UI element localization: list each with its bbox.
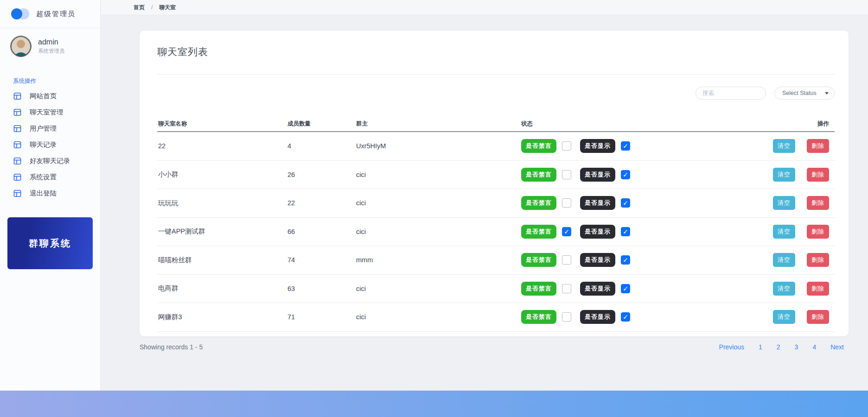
show-badge: 是否显示 — [580, 282, 615, 296]
table-row: 一键APP测试群 66 cici 是否禁言 ✓ 是否显示 ✓ 清空 删除 — [157, 218, 835, 246]
show-checkbox[interactable]: ✓ — [621, 227, 630, 236]
chatroom-name: 一键APP测试群 — [157, 227, 287, 236]
status-cell: 是否禁言 是否显示 ✓ — [521, 310, 760, 324]
header-actions: 操作 — [760, 120, 835, 128]
table-header-row: 聊天室名称 成员数量 群主 状态 操作 — [157, 116, 835, 132]
pagination-page-4[interactable]: 4 — [812, 343, 816, 351]
delete-button[interactable]: 删除 — [807, 282, 829, 296]
chatroom-table: 聊天室名称 成员数量 群主 状态 操作 22 4 Uxr5HIyM 是否禁言 是… — [157, 116, 835, 332]
show-badge: 是否显示 — [580, 310, 615, 324]
show-badge: 是否显示 — [580, 168, 615, 182]
brand-box-title: 群聊系统 — [29, 237, 71, 250]
brand-logo-icon — [11, 8, 30, 20]
show-checkbox[interactable]: ✓ — [621, 198, 630, 208]
header-members: 成员数量 — [287, 120, 356, 128]
table-row: 玩玩玩 22 cici 是否禁言 是否显示 ✓ 清空 删除 — [157, 189, 835, 218]
pagination-page-2[interactable]: 2 — [777, 343, 780, 351]
chatroom-name: 玩玩玩 — [157, 199, 287, 208]
delete-button[interactable]: 删除 — [807, 225, 829, 239]
search-input[interactable] — [696, 87, 766, 100]
mute-checkbox[interactable]: ✓ — [562, 227, 571, 236]
footer-gradient-band — [0, 391, 868, 417]
mute-checkbox[interactable] — [562, 141, 571, 151]
show-checkbox[interactable]: ✓ — [621, 141, 630, 151]
clear-button[interactable]: 清空 — [773, 196, 795, 210]
mute-checkbox[interactable] — [562, 312, 571, 322]
window-icon — [13, 92, 22, 101]
group-owner: Uxr5HIyM — [356, 142, 521, 150]
pagination-page-1[interactable]: 1 — [759, 343, 762, 351]
delete-button[interactable]: 删除 — [807, 310, 829, 324]
brand-row: 超级管理员 — [0, 0, 100, 28]
main-content: 首页 / 聊天室 聊天室列表 Select Status 聊天室名称 成员数量 … — [101, 0, 868, 417]
status-cell: 是否禁言 是否显示 ✓ — [521, 282, 760, 296]
member-count: 4 — [287, 142, 356, 150]
clear-button[interactable]: 清空 — [773, 139, 795, 153]
chatroom-name: 22 — [157, 142, 287, 150]
table-row: 网赚群3 71 cici 是否禁言 是否显示 ✓ 清空 删除 — [157, 303, 835, 332]
user-row: admin 系统管理员 — [0, 28, 100, 64]
mute-checkbox[interactable] — [562, 284, 571, 293]
pagination-page-3[interactable]: 3 — [795, 343, 798, 351]
table-footer: Showing records 1 - 5 Previous 1 2 3 4 N… — [140, 336, 844, 357]
show-checkbox[interactable]: ✓ — [621, 284, 630, 293]
brand-box: 群聊系统 — [7, 217, 93, 269]
breadcrumb-separator: / — [151, 4, 153, 11]
clear-button[interactable]: 清空 — [773, 225, 795, 239]
chatroom-name: 电商群 — [157, 284, 287, 293]
delete-button[interactable]: 删除 — [807, 253, 829, 267]
actions-cell: 清空 删除 — [760, 253, 835, 267]
window-icon — [13, 157, 22, 165]
title-divider — [157, 74, 835, 75]
group-owner: cici — [356, 313, 521, 321]
mute-checkbox[interactable] — [562, 255, 571, 265]
actions-cell: 清空 删除 — [760, 139, 835, 153]
show-checkbox[interactable]: ✓ — [621, 255, 630, 265]
group-owner: mmm — [356, 256, 521, 264]
table-row: 电商群 63 cici 是否禁言 是否显示 ✓ 清空 删除 — [157, 275, 835, 303]
clear-button[interactable]: 清空 — [773, 253, 795, 267]
actions-cell: 清空 删除 — [760, 168, 835, 182]
show-checkbox[interactable]: ✓ — [621, 170, 630, 179]
sidebar-item-chatroom-manage[interactable]: 聊天室管理 — [13, 104, 100, 120]
member-count: 26 — [287, 171, 356, 178]
clear-button[interactable]: 清空 — [773, 168, 795, 182]
sidebar-item-friend-chat-records[interactable]: 好友聊天记录 — [13, 153, 100, 169]
breadcrumb-current: 聊天室 — [159, 4, 176, 12]
status-cell: 是否禁言 是否显示 ✓ — [521, 196, 760, 210]
clear-button[interactable]: 清空 — [773, 282, 795, 296]
show-checkbox[interactable]: ✓ — [621, 312, 630, 322]
sidebar-item-chat-records[interactable]: 聊天记录 — [13, 137, 100, 153]
status-select[interactable]: Select Status — [774, 87, 835, 100]
mute-badge: 是否禁言 — [521, 310, 556, 324]
mute-checkbox[interactable] — [562, 198, 571, 208]
delete-button[interactable]: 删除 — [807, 139, 829, 153]
show-badge: 是否显示 — [580, 139, 615, 153]
delete-button[interactable]: 删除 — [807, 196, 829, 210]
user-name: admin — [38, 38, 65, 46]
sidebar-menu: 网站首页 聊天室管理 用户管理 聊天记录 好友聊天记录 系统设置 — [0, 88, 100, 202]
mute-checkbox[interactable] — [562, 170, 571, 179]
header-name: 聊天室名称 — [157, 120, 287, 128]
delete-button[interactable]: 删除 — [807, 168, 829, 182]
group-owner: cici — [356, 228, 521, 235]
sidebar-item-logout[interactable]: 退出登陆 — [13, 185, 100, 202]
pagination-next[interactable]: Next — [830, 343, 844, 351]
sidebar-item-system-settings[interactable]: 系统设置 — [13, 169, 100, 185]
pagination-previous[interactable]: Previous — [719, 343, 744, 351]
breadcrumb-home[interactable]: 首页 — [134, 4, 145, 12]
mute-badge: 是否禁言 — [521, 253, 556, 267]
sidebar-item-home[interactable]: 网站首页 — [13, 88, 100, 104]
sidebar-item-user-manage[interactable]: 用户管理 — [13, 120, 100, 137]
header-status: 状态 — [521, 120, 760, 128]
show-badge: 是否显示 — [580, 225, 615, 239]
admin-app: 超级管理员 admin 系统管理员 系统操作 网站首页 — [0, 0, 868, 417]
sidebar-item-label: 退出登陆 — [30, 189, 57, 198]
actions-cell: 清空 删除 — [760, 196, 835, 210]
member-count: 74 — [287, 256, 356, 264]
breadcrumb: 首页 / 聊天室 — [101, 0, 868, 15]
window-icon — [13, 124, 22, 133]
clear-button[interactable]: 清空 — [773, 310, 795, 324]
status-cell: 是否禁言 是否显示 ✓ — [521, 168, 760, 182]
mute-badge: 是否禁言 — [521, 168, 556, 182]
